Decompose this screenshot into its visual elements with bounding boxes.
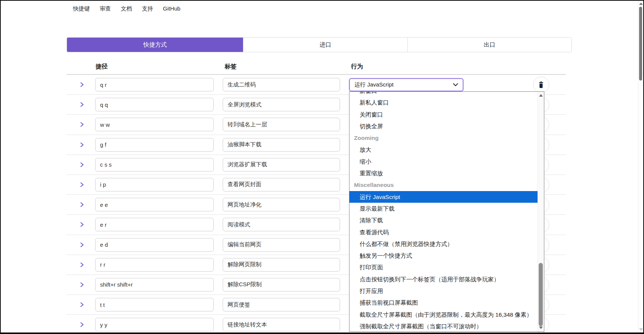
dropdown-option[interactable]: 切换全屏 <box>349 120 538 132</box>
expand-chevron-icon[interactable] <box>79 222 85 228</box>
tab-bar: 快捷方式 进口 出口 <box>67 37 572 52</box>
expand-chevron-icon[interactable] <box>79 302 85 308</box>
action-select-value: 运行 JavaScript <box>354 81 453 88</box>
nav-link[interactable]: 文档 <box>121 5 132 12</box>
table-header: 捷径 标签 行为 <box>67 58 566 75</box>
dropdown-scrollbar[interactable] <box>538 92 544 331</box>
shortcut-input[interactable] <box>95 178 214 191</box>
chevron-down-icon <box>453 83 458 87</box>
expand-chevron-icon[interactable] <box>79 202 85 208</box>
dropdown-option[interactable]: 清除下载 <box>349 214 538 226</box>
dropdown-option[interactable]: 新窗口 <box>349 91 538 97</box>
page-scrollbar[interactable] <box>638 1 643 332</box>
label-input[interactable] <box>223 198 340 211</box>
expand-chevron-icon[interactable] <box>79 322 85 328</box>
tab[interactable]: 出口 <box>407 38 571 52</box>
dropdown-scrollbar-thumb[interactable] <box>539 263 543 326</box>
label-input[interactable] <box>223 318 340 331</box>
dropdown-option[interactable]: Miscellaneous <box>349 179 538 191</box>
label-input[interactable] <box>223 158 340 172</box>
shortcut-input[interactable] <box>95 158 214 172</box>
dropdown-option[interactable]: 新私人窗口 <box>349 97 538 108</box>
page-scrollbar-thumb[interactable] <box>639 7 642 80</box>
label-input[interactable] <box>223 118 340 131</box>
column-header-label: 标签 <box>225 63 237 71</box>
tab-label: 快捷方式 <box>143 41 167 49</box>
shortcut-input[interactable] <box>95 298 214 311</box>
tab[interactable]: 进口 <box>243 38 407 52</box>
dropdown-option[interactable]: 打印页面 <box>349 261 538 273</box>
label-input[interactable] <box>223 78 340 91</box>
shortcut-input[interactable] <box>95 118 214 131</box>
dropdown-option[interactable]: 打开应用 <box>349 285 538 297</box>
label-input[interactable] <box>223 178 340 191</box>
top-nav: 快捷键 审查 文档 支持 GitHub <box>73 5 181 12</box>
expand-chevron-icon[interactable] <box>79 142 85 148</box>
scroll-down-icon[interactable] <box>539 326 543 329</box>
action-dropdown: 新窗口 新私人窗口 关闭窗口 切换全屏 Zooming 放大 缩小 重置缩放 M… <box>349 91 544 332</box>
tab-label: 出口 <box>484 41 495 49</box>
scroll-down-icon[interactable] <box>639 328 643 331</box>
dropdown-option[interactable]: 点击按钮切换到下一个标签页（适用于部落战争玩家） <box>349 273 538 285</box>
expand-chevron-icon[interactable] <box>79 182 85 188</box>
dropdown-option[interactable]: Zooming <box>349 132 538 144</box>
dropdown-option[interactable]: 重置缩放 <box>349 167 538 179</box>
label-input[interactable] <box>223 278 340 291</box>
dropdown-option[interactable]: 运行 JavaScript <box>349 191 538 203</box>
expand-chevron-icon[interactable] <box>79 282 85 288</box>
dropdown-option[interactable]: 显示最新下载 <box>349 203 538 214</box>
expand-chevron-icon[interactable] <box>79 121 85 128</box>
shortcut-input[interactable] <box>95 78 214 91</box>
label-input[interactable] <box>223 298 340 311</box>
shortcut-input[interactable] <box>95 258 214 272</box>
label-input[interactable] <box>223 258 340 272</box>
expand-chevron-icon[interactable] <box>79 262 85 268</box>
scroll-up-icon[interactable] <box>539 94 543 97</box>
label-input[interactable] <box>223 238 340 252</box>
column-header-action: 行为 <box>351 63 363 71</box>
nav-link[interactable]: GitHub <box>163 5 181 12</box>
dropdown-options: 新窗口 新私人窗口 关闭窗口 切换全屏 Zooming 放大 缩小 重置缩放 M… <box>349 91 538 332</box>
browser-window: 快捷键 审查 文档 支持 GitHub 快捷方式 进口 出口 捷径 标签 行为 <box>0 0 644 334</box>
shortcut-input[interactable] <box>95 318 214 331</box>
dropdown-option[interactable]: 查看源代码 <box>349 226 538 238</box>
dropdown-option[interactable]: 放大 <box>349 144 538 155</box>
expand-chevron-icon[interactable] <box>79 242 85 248</box>
dropdown-option[interactable]: 关闭窗口 <box>349 109 538 120</box>
shortcut-input[interactable] <box>95 198 214 211</box>
dropdown-option[interactable]: 强制截取全尺寸屏幕截图（当窗口不可滚动时） <box>349 320 538 332</box>
tab-label: 进口 <box>319 41 331 49</box>
expand-chevron-icon[interactable] <box>79 82 85 88</box>
shortcut-input[interactable] <box>95 138 214 152</box>
dropdown-option[interactable]: 捕获当前视口屏幕截图 <box>349 297 538 308</box>
tab[interactable]: 快捷方式 <box>67 38 243 52</box>
shortcut-input[interactable] <box>95 98 214 111</box>
shortcut-input[interactable] <box>95 278 214 291</box>
delete-button[interactable] <box>533 77 549 93</box>
shortcut-input[interactable] <box>95 218 214 231</box>
shortcut-input[interactable] <box>95 238 214 252</box>
nav-link[interactable]: 快捷键 <box>73 5 90 12</box>
label-input[interactable] <box>223 98 340 111</box>
expand-chevron-icon[interactable] <box>79 102 85 108</box>
trash-icon <box>538 81 544 88</box>
action-select[interactable]: 运行 JavaScript <box>349 78 463 91</box>
label-input[interactable] <box>223 218 340 231</box>
expand-chevron-icon[interactable] <box>79 162 85 168</box>
nav-link[interactable]: 支持 <box>142 5 153 12</box>
dropdown-option[interactable]: 缩小 <box>349 156 538 167</box>
dropdown-option[interactable]: 触发另一个快捷方式 <box>349 250 538 261</box>
dropdown-option[interactable]: 截取全尺寸屏幕截图（由于浏览器限制，最大高度为 16,348 像素） <box>349 309 538 320</box>
nav-link[interactable]: 审查 <box>100 5 111 12</box>
scroll-up-icon[interactable] <box>639 3 643 5</box>
label-input[interactable] <box>223 138 340 152</box>
dropdown-option[interactable]: 什么都不做（禁用浏览器快捷方式） <box>349 238 538 250</box>
column-header-shortcut: 捷径 <box>96 63 108 71</box>
